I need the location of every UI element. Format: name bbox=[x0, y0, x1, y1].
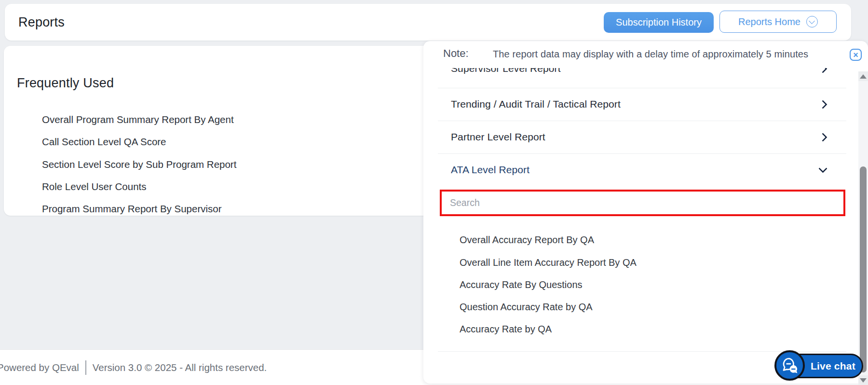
note-label: Note: bbox=[443, 47, 469, 60]
frequently-used-card: Frequently Used Overall Program Summary … bbox=[4, 46, 433, 216]
close-icon: × bbox=[853, 50, 858, 60]
search-highlight-annotation bbox=[440, 190, 845, 216]
header-card: Reports Subscription History Reports Hom… bbox=[5, 4, 851, 41]
frequently-used-item[interactable]: Section Level Score by Sub Program Repor… bbox=[42, 159, 236, 170]
subscription-history-button[interactable]: Subscription History bbox=[604, 12, 714, 33]
scrollbar-thumb[interactable] bbox=[860, 166, 867, 372]
category-trending-audit-tactical-report[interactable]: Trending / Audit Trail / Tactical Report bbox=[451, 88, 826, 121]
reports-home-button[interactable]: Reports Home bbox=[719, 11, 837, 33]
category-label: ATA Level Report bbox=[451, 164, 529, 176]
footer-separator bbox=[85, 360, 86, 375]
ata-report-item[interactable]: Accuracy Rate by QA bbox=[460, 323, 552, 335]
ata-report-item[interactable]: Accuracy Rate By Questions bbox=[460, 279, 583, 290]
live-chat-widget[interactable]: Live chat bbox=[773, 349, 866, 383]
frequently-used-item[interactable]: Overall Program Summary Report By Agent bbox=[42, 114, 234, 125]
reports-page: { "header": { "title": "Reports", "subsc… bbox=[0, 0, 868, 385]
frequently-used-item[interactable]: Role Level User Counts bbox=[42, 181, 147, 192]
chevron-down-icon bbox=[818, 164, 827, 173]
category-label: Partner Level Report bbox=[451, 131, 545, 143]
frequently-used-title: Frequently Used bbox=[17, 76, 114, 91]
ata-report-item[interactable]: Overall Accuracy Report By QA bbox=[460, 234, 594, 246]
footer-powered-by: Powered by QEval bbox=[0, 362, 79, 373]
chat-bubbles-icon bbox=[781, 357, 799, 375]
chevron-right-icon bbox=[818, 100, 827, 109]
reports-home-label: Reports Home bbox=[738, 16, 800, 28]
ata-report-item[interactable]: Question Accuracy Rate by QA bbox=[460, 301, 593, 313]
chevron-right-icon bbox=[818, 68, 827, 73]
frequently-used-item[interactable]: Program Summary Report By Supervisor bbox=[42, 203, 222, 215]
chevron-down-circle-icon bbox=[806, 16, 818, 28]
page-title: Reports bbox=[18, 15, 65, 30]
category-supervisor-level-report[interactable]: Supervisor Level Report bbox=[451, 68, 826, 85]
category-label: Trending / Audit Trail / Tactical Report bbox=[451, 98, 621, 110]
category-label: Supervisor Level Report bbox=[451, 68, 561, 74]
footer-version: Version 3.0 © 2025 - All rights reserved… bbox=[93, 362, 267, 373]
note-message: The report data may display with a delay… bbox=[493, 49, 808, 60]
live-chat-bubble-badge[interactable] bbox=[774, 350, 805, 381]
category-partner-level-report[interactable]: Partner Level Report bbox=[451, 121, 826, 153]
note-close-button[interactable]: × bbox=[850, 49, 862, 61]
frequently-used-item[interactable]: Call Section Level QA Score bbox=[42, 136, 166, 148]
ata-report-item[interactable]: Overall Line Item Accuracy Report By QA bbox=[460, 257, 637, 268]
category-ata-level-report[interactable]: ATA Level Report bbox=[451, 153, 826, 186]
reports-menu-panel: Note: The report data may display with a… bbox=[423, 41, 868, 384]
chevron-right-icon bbox=[818, 133, 827, 141]
live-chat-label: Live chat bbox=[811, 360, 855, 372]
search-input[interactable] bbox=[442, 192, 843, 214]
arrow-up-icon bbox=[860, 74, 867, 79]
report-category-list: Supervisor Level Report Trending / Audit… bbox=[423, 68, 868, 384]
scroll-up-button[interactable] bbox=[858, 71, 868, 81]
vertical-scrollbar[interactable] bbox=[858, 71, 868, 385]
